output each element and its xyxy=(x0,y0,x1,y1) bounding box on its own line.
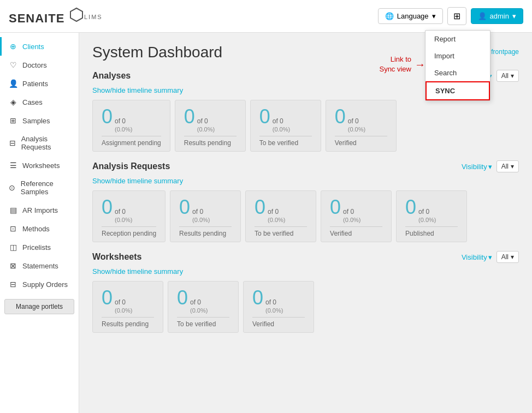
stat-card-verified-ws: 0 of 0 (0.0%) Verified xyxy=(243,281,314,333)
stat-pct: (0.0%) xyxy=(273,126,290,133)
stat-number-area: 0 of 0 (0.0%) xyxy=(255,197,307,223)
sidebar-item-doctors[interactable]: ♡ Doctors xyxy=(0,56,79,74)
grid-button[interactable]: ⊞ xyxy=(447,7,466,25)
stat-label-results-pending-a: Results pending xyxy=(184,136,237,147)
stat-label-assignment-pending: Assignment pending xyxy=(102,136,161,147)
stat-pct: (0.0%) xyxy=(348,126,365,133)
language-button[interactable]: 🌐 Language ▾ xyxy=(378,8,443,24)
stat-of: of 0 xyxy=(343,208,354,216)
sidebar-item-ar-imports[interactable]: ▤ AR Imports xyxy=(0,201,79,219)
stat-number-area: 0 of 0 (0.0%) xyxy=(102,288,154,314)
chevron-down-icon-admin: ▾ xyxy=(512,12,516,20)
section-analysis-requests: Analysis Requests Visibility ▾ All ▾ Sho… xyxy=(92,160,519,242)
stat-label-results-pending-ar: Results pending xyxy=(179,226,232,237)
ws-stats-grid: 0 of 0 (0.0%) Results pending 0 of 0 (0.… xyxy=(92,281,519,333)
stat-pct: (0.0%) xyxy=(192,217,210,223)
stat-big-num: 0 xyxy=(177,288,188,308)
sidebar-item-cases[interactable]: ◈ Cases xyxy=(0,93,79,111)
stat-of: of 0 xyxy=(265,298,276,306)
stat-label-verified-a: Verified xyxy=(335,136,387,147)
dropdown-item-import[interactable]: Import xyxy=(425,47,490,64)
stat-card-assignment-pending: 0 of 0 (0.0%) Assignment pending xyxy=(92,100,170,152)
sidebar-item-methods[interactable]: ⊡ Methods xyxy=(0,219,79,238)
ar-select-all[interactable]: All ▾ xyxy=(496,160,519,172)
ws-select-all[interactable]: All ▾ xyxy=(496,251,519,263)
sidebar-item-patients[interactable]: 👤 Patients xyxy=(0,74,79,93)
sidebar-label-patients: Patients xyxy=(22,80,48,88)
stat-big-num: 0 xyxy=(405,197,416,217)
stat-card-to-be-verified-ws: 0 of 0 (0.0%) To be verified xyxy=(168,281,239,333)
dropdown-item-search[interactable]: Search xyxy=(425,64,490,81)
sidebar-item-reference-samples[interactable]: ⊙ Reference Samples xyxy=(0,175,79,201)
stat-pct: (0.0%) xyxy=(115,126,132,133)
section-ws-controls: Visibility ▾ All ▾ xyxy=(462,251,519,263)
sidebar-item-statements[interactable]: ⊠ Statements xyxy=(0,256,79,275)
stat-pct: (0.0%) xyxy=(268,217,285,223)
clients-icon: ⊕ xyxy=(8,42,18,51)
pricelists-icon: ◫ xyxy=(8,243,18,252)
stat-label-to-be-verified-a: To be verified xyxy=(259,136,312,147)
stat-big-num: 0 xyxy=(184,107,195,127)
stat-of: of 0 xyxy=(192,208,203,216)
sidebar-item-supply-orders[interactable]: ⊟ Supply Orders xyxy=(0,275,79,294)
dropdown-item-sync[interactable]: SYNC xyxy=(425,81,490,100)
ws-visibility-button[interactable]: Visibility ▾ xyxy=(462,253,492,261)
ar-visibility-button[interactable]: Visibility ▾ xyxy=(462,163,492,171)
reference-samples-icon: ⊙ xyxy=(8,183,16,192)
ws-show-hide-link[interactable]: Show/hide timeline summary xyxy=(92,267,183,276)
stat-number-area: 0 of 0 (0.0%) xyxy=(252,288,305,314)
analyses-select-all[interactable]: All ▾ xyxy=(496,70,519,82)
stat-number-area: 0 of 0 (0.0%) xyxy=(330,197,382,223)
ar-imports-icon: ▤ xyxy=(8,206,18,214)
analyses-show-hide-link[interactable]: Show/hide timeline summary xyxy=(92,86,183,94)
stat-pct: (0.0%) xyxy=(418,217,436,223)
sidebar-label-methods: Methods xyxy=(22,225,50,233)
section-worksheets: Worksheets Visibility ▾ All ▾ Show/hide … xyxy=(92,251,519,333)
manage-portlets-button[interactable]: Manage portlets xyxy=(4,299,74,314)
sidebar-item-pricelists[interactable]: ◫ Pricelists xyxy=(0,238,79,256)
sidebar-item-clients[interactable]: ⊕ Clients xyxy=(0,37,79,56)
stat-number-area: 0 of 0 (0.0%) xyxy=(102,107,161,133)
stat-label-verified-ws: Verified xyxy=(252,317,305,328)
stat-of: of 0 xyxy=(348,117,359,125)
stat-of: of 0 xyxy=(115,117,126,125)
ar-visibility-chevron: ▾ xyxy=(488,163,492,171)
ar-visibility-label: Visibility xyxy=(462,163,487,171)
language-label: Language xyxy=(397,12,429,20)
sidebar-label-ar-imports: AR Imports xyxy=(22,206,58,214)
patients-icon: 👤 xyxy=(8,79,18,88)
doctors-icon: ♡ xyxy=(8,61,18,69)
logo-hex-icon xyxy=(69,7,84,22)
stat-big-num: 0 xyxy=(335,107,346,127)
stat-pct: (0.0%) xyxy=(265,307,283,314)
admin-button[interactable]: 👤 admin ▾ xyxy=(471,8,523,24)
sidebar-label-worksheets: Worksheets xyxy=(22,161,60,170)
ws-visibility-label: Visibility xyxy=(462,253,487,261)
stat-number-area: 0 of 0 (0.0%) xyxy=(335,107,387,133)
section-ar-header: Analysis Requests Visibility ▾ All ▾ xyxy=(92,160,519,172)
stat-of: of 0 xyxy=(268,208,279,216)
section-analyses-title: Analyses xyxy=(92,71,131,81)
sidebar-label-reference-samples: Reference Samples xyxy=(21,179,72,196)
sidebar-label-doctors: Doctors xyxy=(22,61,47,69)
section-ws-title: Worksheets xyxy=(92,252,141,262)
sidebar-item-analysis-requests[interactable]: ⊟ Analysis Requests xyxy=(0,130,79,156)
stat-of: of 0 xyxy=(197,117,208,125)
logo: SENAITE LIMS xyxy=(9,7,103,26)
logo-lims: LIMS xyxy=(84,14,103,20)
dropdown-item-report[interactable]: Report xyxy=(425,31,490,47)
stat-of: of 0 xyxy=(273,117,283,125)
page-title: System Dashboard xyxy=(92,44,222,61)
stat-pct: (0.0%) xyxy=(115,307,132,314)
stat-pct: (0.0%) xyxy=(190,307,208,314)
ar-show-hide-link[interactable]: Show/hide timeline summary xyxy=(92,177,183,185)
stat-label-to-be-verified-ar: To be verified xyxy=(255,226,307,237)
supply-orders-icon: ⊟ xyxy=(8,280,18,289)
sidebar-item-worksheets[interactable]: ☰ Worksheets xyxy=(0,156,79,175)
stat-number-area: 0 of 0 (0.0%) xyxy=(179,197,232,223)
ar-select-label: All xyxy=(501,163,509,170)
chevron-down-icon: ▾ xyxy=(432,12,436,20)
sidebar-item-samples[interactable]: ⊞ Samples xyxy=(0,111,79,130)
stat-of: of 0 xyxy=(418,208,429,216)
stat-label-results-pending-ws: Results pending xyxy=(102,317,154,328)
